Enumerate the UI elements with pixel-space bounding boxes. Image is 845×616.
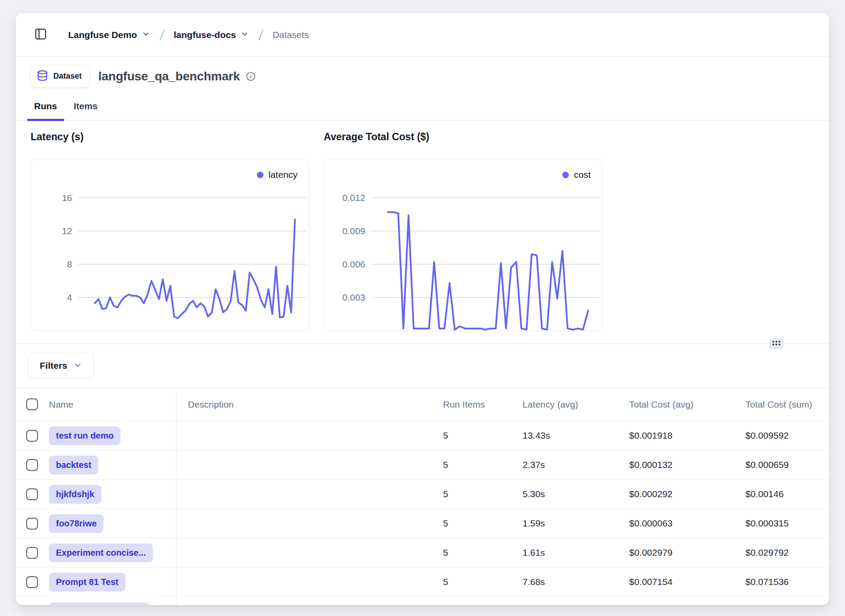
cost-line-chart: 0.0120.0090.0060.003 bbox=[324, 159, 603, 332]
legend-dot-icon bbox=[562, 172, 569, 178]
column-header-run-items[interactable]: Run Items bbox=[443, 399, 523, 410]
run-name-cell: Experiment concise... bbox=[49, 538, 177, 567]
total-cost-sum-cell: $0.009592 bbox=[745, 430, 829, 441]
svg-text:12: 12 bbox=[62, 226, 72, 236]
breadcrumb-datasets-label: Datasets bbox=[273, 30, 309, 40]
run-name-cell: foo78riwe bbox=[49, 509, 177, 538]
title-row: Dataset langfuse_qa_benchmark bbox=[16, 57, 829, 90]
table-body: test run demo 5 13.43s $0.001918 $0.0095… bbox=[16, 421, 829, 597]
latency-avg-cell: 13.43s bbox=[523, 430, 629, 441]
run-name-pill[interactable]: foo78riwe bbox=[49, 514, 104, 533]
charts-section: Latency (s) 161284 latency Average Total… bbox=[16, 121, 829, 343]
breadcrumb-project-label: langfuse-docs bbox=[174, 30, 236, 40]
run-name-pill[interactable]: Prompt 81 Test bbox=[49, 573, 125, 592]
breadcrumb-separator bbox=[157, 28, 167, 42]
select-all-checkbox[interactable] bbox=[26, 398, 38, 410]
row-checkbox-cell bbox=[16, 538, 49, 567]
row-checkbox-cell bbox=[16, 421, 49, 450]
row-checkbox[interactable] bbox=[26, 488, 38, 500]
filters-row: Filters bbox=[16, 344, 829, 388]
run-name-pill[interactable]: test run demo bbox=[49, 426, 121, 445]
filters-button-label: Filters bbox=[40, 360, 67, 371]
latency-chart-card: 161284 latency bbox=[31, 159, 309, 331]
latency-legend: latency bbox=[257, 170, 298, 180]
breadcrumb-org-label: Langfuse Demo bbox=[68, 30, 137, 40]
drag-handle[interactable] bbox=[769, 338, 784, 350]
row-checkbox-cell bbox=[16, 597, 49, 605]
tab-items[interactable]: Items bbox=[67, 101, 105, 120]
row-checkbox[interactable] bbox=[26, 518, 38, 529]
row-checkbox[interactable] bbox=[26, 459, 38, 471]
cost-legend-label: cost bbox=[574, 170, 591, 180]
run-name-pill[interactable]: Experiment concise... bbox=[49, 543, 153, 562]
table-row: test run demo 5 13.43s $0.001918 $0.0095… bbox=[16, 421, 829, 450]
filters-button[interactable]: Filters bbox=[28, 353, 94, 378]
svg-text:0.003: 0.003 bbox=[342, 292, 365, 302]
column-header-latency-avg[interactable]: Latency (avg) bbox=[523, 399, 629, 410]
total-cost-avg-cell: $0.002979 bbox=[629, 547, 745, 558]
svg-text:4: 4 bbox=[67, 292, 72, 302]
column-header-description[interactable]: Description bbox=[177, 399, 443, 410]
run-name-pill[interactable]: backtest bbox=[49, 456, 98, 474]
row-checkbox[interactable] bbox=[26, 430, 38, 442]
row-checkbox[interactable] bbox=[26, 547, 38, 559]
run-name-pill[interactable]: hjkfdshjk bbox=[49, 485, 101, 504]
row-checkbox[interactable] bbox=[26, 576, 38, 588]
latency-chart-block: Latency (s) 161284 latency bbox=[31, 131, 309, 331]
total-cost-avg-cell: $0.000063 bbox=[629, 518, 745, 529]
dataset-badge: Dataset bbox=[31, 66, 90, 87]
run-items-cell: 5 bbox=[443, 577, 523, 587]
latency-line-chart: 161284 bbox=[31, 159, 310, 332]
sidebar-toggle-button[interactable] bbox=[34, 28, 47, 42]
latency-chart-title: Latency (s) bbox=[31, 131, 309, 144]
tab-runs[interactable]: Runs bbox=[27, 101, 64, 120]
breadcrumb-project-switcher[interactable]: langfuse-docs bbox=[174, 30, 249, 40]
breadcrumb-org-switcher[interactable]: Langfuse Demo bbox=[68, 30, 150, 40]
info-icon[interactable] bbox=[246, 72, 256, 81]
chevron-down-icon bbox=[240, 30, 249, 40]
total-cost-sum-cell: $0.071536 bbox=[745, 577, 829, 587]
column-header-name[interactable]: Name bbox=[49, 388, 177, 421]
latency-avg-cell: 5.30s bbox=[523, 489, 629, 499]
total-cost-avg-cell: $0.000132 bbox=[629, 460, 745, 470]
run-name-pill[interactable] bbox=[49, 602, 149, 605]
database-icon bbox=[37, 70, 48, 83]
latency-legend-label: latency bbox=[268, 170, 298, 180]
run-name-cell: test run demo bbox=[49, 421, 177, 450]
table-row: Prompt 81 Test 5 7.68s $0.007154 $0.0715… bbox=[16, 568, 829, 597]
row-checkbox-cell bbox=[16, 568, 49, 596]
latency-avg-cell: 1.59s bbox=[523, 518, 629, 529]
cost-legend: cost bbox=[562, 170, 591, 180]
runs-table: Name Description Run Items Latency (avg)… bbox=[16, 388, 829, 605]
breadcrumb-separator bbox=[256, 28, 266, 42]
dataset-badge-label: Dataset bbox=[53, 72, 82, 81]
row-checkbox-cell bbox=[16, 450, 49, 479]
page-title: langfuse_qa_benchmark bbox=[98, 69, 240, 83]
table-row-partial bbox=[16, 597, 829, 605]
select-all-checkbox-cell bbox=[16, 388, 49, 421]
top-bar: Langfuse Demo langfuse-docs bbox=[16, 13, 829, 57]
svg-text:16: 16 bbox=[62, 193, 72, 203]
breadcrumb: Langfuse Demo langfuse-docs bbox=[68, 28, 309, 42]
svg-text:0.012: 0.012 bbox=[342, 193, 365, 203]
table-row: foo78riwe 5 1.59s $0.000063 $0.000315 bbox=[16, 509, 829, 538]
latency-avg-cell: 1.61s bbox=[523, 547, 629, 558]
column-header-total-cost-avg[interactable]: Total Cost (avg) bbox=[629, 399, 745, 410]
tab-bar: Runs Items bbox=[16, 90, 829, 121]
cost-chart-block: Average Total Cost ($) 0.0120.0090.0060.… bbox=[324, 131, 603, 331]
chevron-down-icon bbox=[73, 361, 82, 371]
run-items-cell: 5 bbox=[443, 547, 523, 558]
total-cost-sum-cell: $0.00146 bbox=[745, 489, 829, 499]
page: Langfuse Demo langfuse-docs bbox=[0, 0, 845, 616]
svg-text:8: 8 bbox=[67, 259, 72, 269]
svg-text:0.006: 0.006 bbox=[342, 259, 365, 269]
total-cost-avg-cell: $0.007154 bbox=[629, 577, 745, 587]
row-checkbox-cell bbox=[16, 509, 49, 538]
breadcrumb-datasets[interactable]: Datasets bbox=[273, 30, 309, 40]
column-header-total-cost-sum[interactable]: Total Cost (sum) bbox=[745, 399, 829, 410]
table-row: hjkfdshjk 5 5.30s $0.000292 $0.00146 bbox=[16, 480, 829, 509]
run-name-cell: hjkfdshjk bbox=[49, 480, 177, 509]
total-cost-sum-cell: $0.000315 bbox=[745, 518, 829, 529]
panel-left-icon bbox=[34, 28, 47, 42]
legend-dot-icon bbox=[257, 172, 263, 178]
